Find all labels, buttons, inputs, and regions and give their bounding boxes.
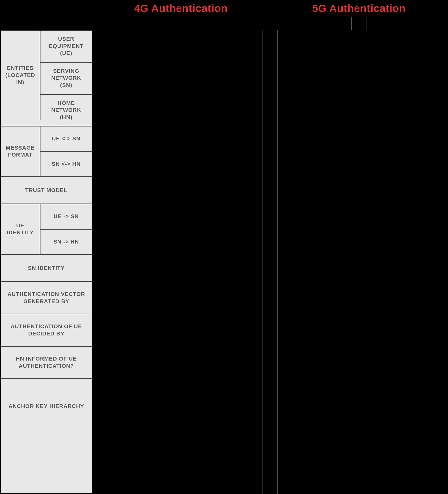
hn-informed-label: HN INFORMED OF UE AUTHENTICATION? [16,355,77,370]
entities-ue-subrow: USER EQUIPMENT (UE) [40,31,92,63]
ue-identity-label: UE IDENTITY [1,204,40,254]
header-row: 4G Authentication 5G Authentication [0,0,448,30]
ue-identity-section: UE IDENTITY UE -> SN SN -> HN [1,204,92,255]
vline-container [351,17,367,30]
ue-id-sn-hn-label: SN -> HN [53,238,79,246]
anchor-key-label: ANCHOR KEY HIERARCHY [8,403,84,410]
auth-ue-label: AUTHENTICATION OF UE DECIDED BY [11,323,82,337]
entities-hn-label: HOME NETWORK (HN) [43,100,89,121]
sn-identity-label: SN IDENTITY [28,265,65,272]
message-ue-sn-label: UE <-> SN [52,135,80,142]
trust-model-section: TRUST MODEL [1,177,92,204]
ue-id-ue-sn-subrow: UE -> SN [40,204,92,230]
auth-vector-label: AUTHENTICATION VECTOR GENERATED BY [7,291,85,305]
entities-sn-label: SERVING NETWORK (SN) [51,68,81,89]
entities-section: ENTITIES (LOCATED IN) USER EQUIPMENT (UE… [1,31,92,126]
ue-identity-subrows: UE -> SN SN -> HN [40,204,92,254]
header-5g: 5G Authentication [270,0,448,30]
anchor-key-section: ANCHOR KEY HIERARCHY [1,379,92,434]
left-table: ENTITIES (LOCATED IN) USER EQUIPMENT (UE… [0,30,92,494]
message-format-section: MESSAGE FORMAT UE <-> SN SN <-> HN [1,126,92,177]
col-4g [92,30,262,494]
ue-id-ue-sn-label: UE -> SN [54,213,79,220]
entities-hn-subrow: HOME NETWORK (HN) [40,95,92,126]
auth-vector-section: AUTHENTICATION VECTOR GENERATED BY [1,282,92,314]
message-format-label: MESSAGE FORMAT [1,126,40,176]
right-content [92,30,448,494]
ue-identity-label-text: UE IDENTITY [3,222,37,236]
message-format-label-text: MESSAGE FORMAT [6,144,35,159]
header-5g-label: 5G Authentication [312,2,406,14]
entities-subrows: USER EQUIPMENT (UE) SERVING NETWORK (SN)… [40,31,92,126]
col-5g [278,30,448,494]
message-sn-hn-label: SN <-> HN [52,161,81,168]
vline-1 [351,17,352,30]
main-container: 4G Authentication 5G Authentication ENTI… [0,0,448,494]
ue-id-sn-hn-subrow: SN -> HN [40,230,92,254]
vline-2 [367,17,367,30]
message-ue-sn-subrow: UE <-> SN [40,126,92,152]
entities-ue-label: USER EQUIPMENT (UE) [43,36,89,57]
trust-model-label: TRUST MODEL [25,187,68,194]
hn-informed-section: HN INFORMED OF UE AUTHENTICATION? [1,347,92,379]
sn-identity-section: SN IDENTITY [1,255,92,282]
message-format-subrows: UE <-> SN SN <-> HN [40,126,92,176]
header-4g: 4G Authentication [92,0,270,30]
col-separator-1 [262,30,262,494]
header-4g-label: 4G Authentication [134,2,228,14]
auth-ue-section: AUTHENTICATION OF UE DECIDED BY [1,314,92,347]
entities-label: ENTITIES (LOCATED IN) [1,31,40,120]
header-empty-col [0,0,92,30]
entities-label-text: ENTITIES (LOCATED IN) [3,65,37,86]
main-content: ENTITIES (LOCATED IN) USER EQUIPMENT (UE… [0,30,448,494]
entities-sn-subrow: SERVING NETWORK (SN) [40,63,92,95]
message-sn-hn-subrow: SN <-> HN [40,152,92,176]
